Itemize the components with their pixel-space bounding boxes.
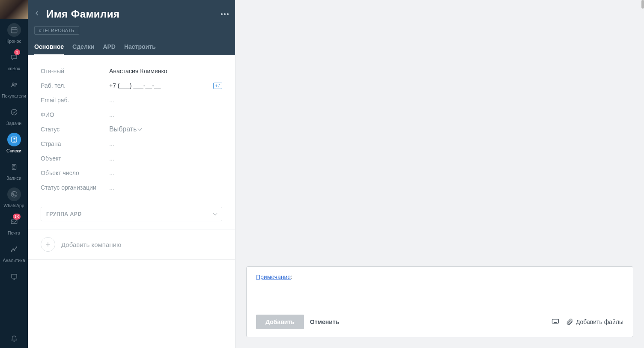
field-object: Объект ... <box>41 151 222 166</box>
status-value: Выбрать <box>109 125 137 133</box>
field-org-status: Статус организации ... <box>41 180 222 195</box>
calendar-icon <box>7 23 21 37</box>
sidebar-item-imbox[interactable]: 3 imBox <box>0 47 28 74</box>
lists-icon <box>7 133 21 146</box>
sidebar-item-label: imBox <box>8 66 20 71</box>
sidebar: Кронос 3 imBox Покупатели Задачи Списки … <box>0 0 28 348</box>
sidebar-item-buyers[interactable]: Покупатели <box>0 74 28 101</box>
scrollbar[interactable] <box>641 0 644 9</box>
tab-apd[interactable]: APD <box>103 40 116 55</box>
sidebar-item-notifications[interactable] <box>0 327 28 348</box>
note-textarea[interactable] <box>247 280 633 310</box>
add-note-button[interactable]: Добавить <box>256 315 304 329</box>
field-country: Страна ... <box>41 137 222 151</box>
tab-settings[interactable]: Настроить <box>124 40 156 55</box>
keyboard-icon[interactable] <box>551 317 560 327</box>
sidebar-item-mail[interactable]: 1K Почта <box>0 211 28 238</box>
badge: 1K <box>13 214 21 220</box>
colon: : <box>291 274 292 280</box>
sidebar-item-label: Почта <box>8 230 20 235</box>
badge: 3 <box>14 49 20 55</box>
tab-main[interactable]: Основное <box>34 40 64 55</box>
field-label: Страна <box>41 140 109 147</box>
svg-rect-7 <box>11 220 17 224</box>
terminal-icon <box>7 270 21 283</box>
group-label: ГРУППА APD <box>46 211 82 217</box>
svg-rect-12 <box>12 274 17 278</box>
sidebar-item-label: Записи <box>6 175 21 181</box>
group-select[interactable]: ГРУППА APD <box>41 207 222 221</box>
field-label: ФИО <box>41 111 109 118</box>
field-work-phone: Раб. тел. +7 (___) ___-__-__ +7 <box>41 78 222 93</box>
country-input[interactable]: ... <box>109 140 222 147</box>
check-icon <box>7 105 21 119</box>
tab-deals[interactable]: Сделки <box>72 40 94 55</box>
field-work-email: Email раб. ... <box>41 93 222 107</box>
contact-panel: Имя Фамилия #ТЕГИРОВАТЬ Основное Сделки … <box>28 0 236 348</box>
panel-header: Имя Фамилия #ТЕГИРОВАТЬ Основное Сделки … <box>28 0 235 55</box>
sidebar-item-kronos[interactable]: Кронос <box>0 19 28 47</box>
field-label: Объект <box>41 155 109 162</box>
sidebar-item-records[interactable]: Записи <box>0 156 28 184</box>
field-fio: ФИО ... <box>41 107 222 122</box>
whatsapp-icon <box>7 187 21 201</box>
add-company-label: Добавить компанию <box>61 241 121 248</box>
sidebar-item-label: WhatsApp <box>3 203 24 208</box>
activity-panel: Примечание: Добавить Отменить Добавить ф… <box>236 0 644 348</box>
email-input[interactable]: ... <box>109 97 222 104</box>
field-label: Отв-ный <box>41 68 109 74</box>
field-value[interactable]: Анастасия Клименко <box>109 68 222 74</box>
cancel-note-button[interactable]: Отменить <box>310 318 339 325</box>
phone-input[interactable]: +7 (___) ___-__-__ <box>109 82 213 89</box>
phone-prefix-badge[interactable]: +7 <box>213 83 222 89</box>
sidebar-item-label: Покупатели <box>2 93 26 98</box>
org-status-input[interactable]: ... <box>109 184 222 191</box>
field-label: Статус организации <box>41 184 109 191</box>
attach-files-button[interactable]: Добавить файлы <box>566 318 623 326</box>
tabs: Основное Сделки APD Настроить <box>34 40 229 55</box>
paperclip-icon <box>566 318 573 326</box>
plus-icon <box>41 237 55 252</box>
chevron-down-icon <box>138 127 142 131</box>
sidebar-item-label: Списки <box>6 148 21 153</box>
status-select[interactable]: Выбрать <box>109 125 141 133</box>
attach-label: Добавить файлы <box>576 318 623 325</box>
svg-point-2 <box>15 83 16 85</box>
field-status: Статус Выбрать <box>41 122 222 137</box>
svg-rect-0 <box>11 28 17 33</box>
sidebar-item-label: Задачи <box>6 121 21 126</box>
note-box: Примечание: Добавить Отменить Добавить ф… <box>246 266 633 337</box>
fio-input[interactable]: ... <box>109 111 222 118</box>
sidebar-item-tasks[interactable]: Задачи <box>0 101 28 129</box>
field-label: Объект число <box>41 170 109 176</box>
sidebar-item-whatsapp[interactable]: WhatsApp <box>0 184 28 211</box>
svg-point-1 <box>12 83 14 85</box>
sidebar-item-lists[interactable]: Списки <box>0 129 28 156</box>
more-button[interactable] <box>221 13 229 15</box>
object-number-input[interactable]: ... <box>109 170 222 176</box>
receipt-icon <box>7 160 21 174</box>
field-label: Email раб. <box>41 97 109 104</box>
svg-point-3 <box>11 109 17 115</box>
bell-icon <box>7 331 21 345</box>
note-type-link[interactable]: Примечание <box>256 274 291 280</box>
field-responsible: Отв-ный Анастасия Клименко <box>41 64 222 78</box>
sidebar-item-analytics[interactable]: Аналитика <box>0 238 28 266</box>
people-icon <box>7 78 21 92</box>
contact-title[interactable]: Имя Фамилия <box>46 8 217 20</box>
field-label: Статус <box>41 126 109 133</box>
sidebar-item-terminal[interactable] <box>0 266 28 286</box>
back-button[interactable] <box>34 9 42 20</box>
field-object-number: Объект число ... <box>41 166 222 180</box>
object-input[interactable]: ... <box>109 155 222 162</box>
add-company-button[interactable]: Добавить компанию <box>28 229 235 259</box>
svg-point-6 <box>11 191 17 197</box>
sidebar-item-label: Кронос <box>6 39 21 44</box>
divider <box>28 259 235 260</box>
chevron-down-icon <box>213 211 218 216</box>
workspace-logo[interactable] <box>0 0 28 19</box>
fields: Отв-ный Анастасия Клименко Раб. тел. +7 … <box>28 55 235 203</box>
field-label: Раб. тел. <box>41 82 109 89</box>
tag-button[interactable]: #ТЕГИРОВАТЬ <box>34 26 79 35</box>
sidebar-item-label: Аналитика <box>3 258 25 263</box>
